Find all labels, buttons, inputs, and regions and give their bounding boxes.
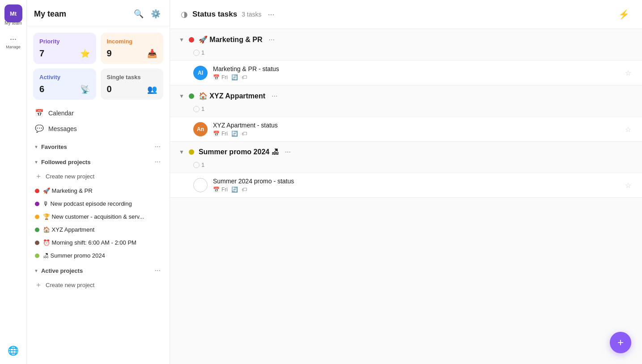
- priority-label: Priority: [39, 38, 90, 45]
- globe-icon: 🌐: [8, 345, 19, 356]
- task-meta-marketing: 📅 Fri 🔄 🏷: [213, 74, 618, 80]
- project-dot-summer: [35, 254, 39, 258]
- xyz-section-title: 🏠 XYZ Appartment: [199, 92, 265, 100]
- sidebar-header: My team 🔍 ⚙️: [27, 0, 170, 26]
- tag-icon-summer: 🏷: [242, 186, 247, 193]
- project-item-marketing[interactable]: 🚀 Marketing & PR: [30, 184, 166, 197]
- main-header-right: ⚡: [616, 7, 631, 21]
- dots-icon: ···: [10, 34, 17, 44]
- xyz-status-dot: [189, 93, 194, 99]
- marketing-more-button[interactable]: ···: [269, 36, 275, 44]
- project-label-xyz: 🏠 XYZ Appartment: [43, 226, 94, 233]
- project-dot-xyz: [35, 228, 39, 232]
- xyz-subtask-count: 1: [170, 105, 642, 117]
- project-item-xyz[interactable]: 🏠 XYZ Appartment: [30, 223, 166, 236]
- sidebar: My team 🔍 ⚙️ Priority 7 ⭐ Incoming 9 📥 A…: [27, 0, 170, 364]
- task-name-marketing: Marketing & PR - status: [213, 65, 618, 72]
- favorites-more-button[interactable]: ···: [153, 143, 162, 151]
- summer-section: ▼ Summer promo 2024 🏖 ··· 1 Summer 2024 …: [170, 142, 642, 198]
- marketing-collapse-button[interactable]: ▼: [179, 37, 184, 43]
- repeat-icon-summer: 🔄: [231, 186, 238, 193]
- favorites-section-header[interactable]: ▼ Favorites ···: [27, 138, 170, 153]
- priority-count: 7: [39, 48, 44, 59]
- search-button[interactable]: 🔍: [132, 7, 145, 21]
- task-count: 3 tasks: [242, 11, 261, 18]
- due-label-marketing: Fri: [221, 74, 228, 80]
- main-more-button[interactable]: ···: [266, 8, 276, 21]
- xyz-section-header: ▼ 🏠 XYZ Appartment ···: [170, 85, 642, 105]
- followed-projects-section-header[interactable]: ▼ Followed projects ···: [27, 153, 170, 169]
- project-item-customer[interactable]: 🏆 New customer - acquisition & serv...: [30, 210, 166, 223]
- xyz-count-label: 1: [201, 106, 204, 112]
- marketing-assignee-avatar: AI: [193, 66, 208, 80]
- project-item-morning[interactable]: ⏰ Morning shift: 6:00 AM - 2:00 PM: [30, 236, 166, 249]
- icon-rail: Mt My team ··· Manage 🌐: [0, 0, 27, 364]
- incoming-count: 9: [107, 48, 112, 59]
- project-item-summer[interactable]: 🏖 Summer promo 2024: [30, 249, 166, 262]
- active-projects-section-header[interactable]: ▼ Active projects ···: [27, 262, 170, 277]
- star-button-marketing[interactable]: ☆: [623, 67, 633, 79]
- incoming-card[interactable]: Incoming 9 📥: [101, 33, 164, 64]
- people-icon: 👥: [147, 85, 157, 94]
- xyz-collapse-button[interactable]: ▼: [179, 93, 184, 99]
- repeat-icon-marketing: 🔄: [231, 74, 238, 80]
- due-date-summer: 📅 Fri: [213, 186, 228, 193]
- task-row-summer-status[interactable]: Summer 2024 promo - status 📅 Fri 🔄 🏷: [170, 173, 642, 197]
- manage-button[interactable]: ··· Manage: [4, 33, 22, 51]
- repeat-marketing: 🔄: [231, 74, 238, 80]
- xyz-assignee-avatar: An: [193, 122, 208, 136]
- settings-button[interactable]: ⚙️: [149, 7, 162, 21]
- due-label-summer: Fri: [221, 186, 228, 193]
- main-header: ◑ Status tasks 3 tasks ··· ⚡: [170, 0, 642, 29]
- messages-icon: 💬: [35, 124, 44, 133]
- messages-nav-item[interactable]: 💬 Messages: [30, 121, 166, 136]
- due-label-xyz: Fri: [221, 131, 228, 137]
- star-button-xyz[interactable]: ☆: [623, 123, 633, 135]
- single-tasks-label: Single tasks: [107, 74, 157, 80]
- calendar-meta-icon-summer: 📅: [213, 186, 220, 193]
- task-row-xyz-status[interactable]: An XYZ Apartment - status 📅 Fri 🔄 🏷: [170, 117, 642, 141]
- calendar-nav-item[interactable]: 📅 Calendar: [30, 105, 166, 121]
- filter-button[interactable]: ⚡: [616, 7, 631, 21]
- team-avatar[interactable]: Mt: [4, 4, 22, 22]
- active-more-button[interactable]: ···: [153, 267, 162, 275]
- tag-summer: 🏷: [242, 186, 247, 193]
- priority-card[interactable]: Priority 7 ⭐: [33, 33, 96, 64]
- create-active-project-item[interactable]: ＋ Create new project: [30, 277, 166, 293]
- summer-more-button[interactable]: ···: [285, 148, 291, 156]
- followed-more-button[interactable]: ···: [153, 158, 162, 166]
- star-button-summer[interactable]: ☆: [623, 179, 633, 191]
- due-date-xyz: 📅 Fri: [213, 131, 228, 137]
- summer-task-row-content: Summer 2024 promo - status 📅 Fri 🔄 🏷: [213, 178, 618, 193]
- activity-card[interactable]: Activity 6 📡: [33, 68, 96, 100]
- task-meta-summer: 📅 Fri 🔄 🏷: [213, 186, 618, 193]
- calendar-meta-icon: 📅: [213, 74, 220, 80]
- project-label-marketing: 🚀 Marketing & PR: [43, 187, 93, 194]
- status-icon: ◑: [181, 9, 188, 19]
- create-followed-project-item[interactable]: ＋ Create new project: [30, 169, 166, 184]
- summer-collapse-button[interactable]: ▼: [179, 149, 184, 155]
- project-label-podcast: 🎙 New podcast episode recording: [43, 200, 132, 207]
- summer-subtask-count: 1: [170, 161, 642, 173]
- single-tasks-card[interactable]: Single tasks 0 👥: [101, 68, 164, 100]
- activity-label: Activity: [39, 74, 90, 80]
- xyz-more-button[interactable]: ···: [272, 92, 277, 100]
- incoming-label: Incoming: [107, 38, 157, 45]
- fab-add-button[interactable]: +: [610, 332, 631, 353]
- globe-button[interactable]: 🌐: [4, 342, 22, 360]
- followed-projects-list: ＋ Create new project 🚀 Marketing & PR 🎙 …: [27, 169, 170, 262]
- project-label-customer: 🏆 New customer - acquisition & serv...: [43, 213, 144, 220]
- summer-count-label: 1: [201, 161, 204, 168]
- project-item-podcast[interactable]: 🎙 New podcast episode recording: [30, 197, 166, 210]
- plus-active-icon: ＋: [35, 280, 42, 290]
- summer-empty-avatar: [193, 178, 208, 192]
- signal-icon: 📡: [80, 85, 90, 94]
- task-name-summer: Summer 2024 promo - status: [213, 178, 618, 185]
- marketing-subtask-count: 1: [170, 48, 642, 60]
- repeat-summer: 🔄: [231, 186, 238, 193]
- active-chevron-icon: ▼: [34, 268, 38, 273]
- task-row-marketing-status[interactable]: AI Marketing & PR - status 📅 Fri 🔄 🏷: [170, 60, 642, 85]
- marketing-section-title: 🚀 Marketing & PR: [199, 35, 263, 44]
- project-dot-morning: [35, 241, 39, 245]
- xyz-task-row-content: XYZ Apartment - status 📅 Fri 🔄 🏷: [213, 122, 618, 137]
